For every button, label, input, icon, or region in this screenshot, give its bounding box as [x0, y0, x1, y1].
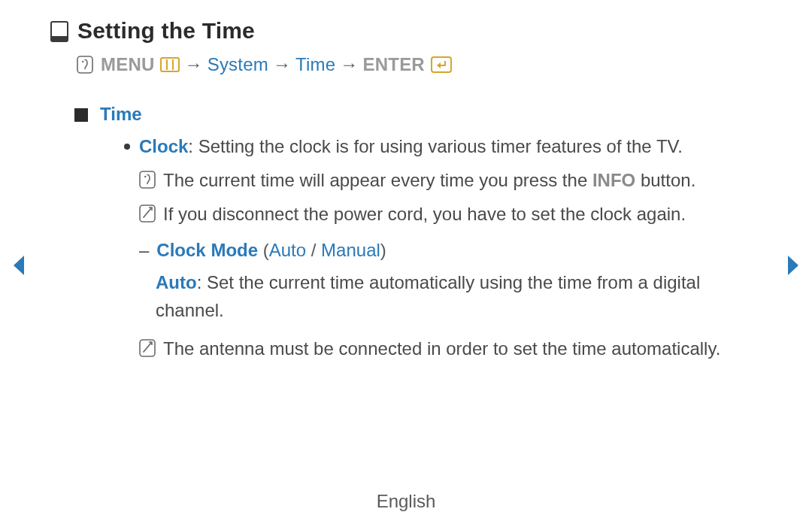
section-bullet-icon [74, 108, 88, 122]
dash-icon: – [139, 236, 149, 264]
clock-mode-row: – Clock Mode (Auto / Manual) [139, 236, 759, 264]
note-icon [139, 339, 156, 362]
auto-desc: Auto: Set the current time automatically… [156, 268, 759, 324]
bullet-icon [124, 144, 130, 150]
mode-manual: Manual [321, 240, 380, 260]
breadcrumb-system: System [208, 54, 268, 75]
arrow-icon: → [340, 54, 358, 75]
notebook-icon [50, 21, 68, 41]
enter-icon [431, 56, 452, 73]
breadcrumb: MENU → System → Time → ENTER [77, 54, 759, 75]
paren-open: ( [263, 240, 269, 260]
clock-term: Clock [139, 136, 188, 156]
info-before: The current time will appear every time … [163, 170, 592, 190]
section-title-time: Time [100, 104, 142, 125]
page-title: Setting the Time [77, 18, 255, 44]
breadcrumb-enter: ENTER [363, 54, 425, 75]
info-line: The current time will appear every time … [139, 166, 759, 194]
mode-sep: / [306, 240, 321, 260]
arrow-icon: → [184, 54, 202, 75]
clock-mode-label: Clock Mode [156, 240, 258, 260]
info-after: button. [635, 170, 695, 190]
note-line: If you disconnect the power cord, you ha… [139, 200, 759, 228]
menu-icon [160, 57, 180, 72]
note1-text: If you disconnect the power cord, you ha… [163, 200, 686, 228]
svg-point-3 [82, 61, 83, 62]
osd-icon [77, 56, 93, 74]
breadcrumb-menu: MENU [101, 54, 154, 75]
note2-text: The antenna must be connected in order t… [163, 335, 720, 362]
footer-language: English [0, 491, 812, 512]
auto-term: Auto [156, 272, 197, 292]
breadcrumb-time: Time [295, 54, 335, 75]
paren-close: ) [380, 240, 386, 260]
svg-rect-8 [140, 171, 155, 188]
auto-text: : Set the current time automatically usi… [156, 272, 700, 320]
clock-desc: : Setting the clock is for using various… [188, 136, 683, 156]
svg-rect-2 [77, 56, 92, 73]
list-item: Clock: Setting the clock is for using va… [124, 132, 759, 160]
mode-auto: Auto [269, 240, 306, 260]
info-word: INFO [592, 170, 635, 190]
note-line-2: The antenna must be connected in order t… [139, 335, 759, 362]
note-icon [139, 204, 156, 228]
svg-rect-4 [161, 58, 179, 71]
svg-point-9 [144, 176, 146, 177]
nav-prev-button[interactable] [11, 254, 27, 277]
osd-small-icon [139, 171, 156, 194]
arrow-icon: → [273, 54, 291, 75]
svg-rect-1 [51, 36, 68, 41]
nav-next-button[interactable] [785, 254, 801, 277]
